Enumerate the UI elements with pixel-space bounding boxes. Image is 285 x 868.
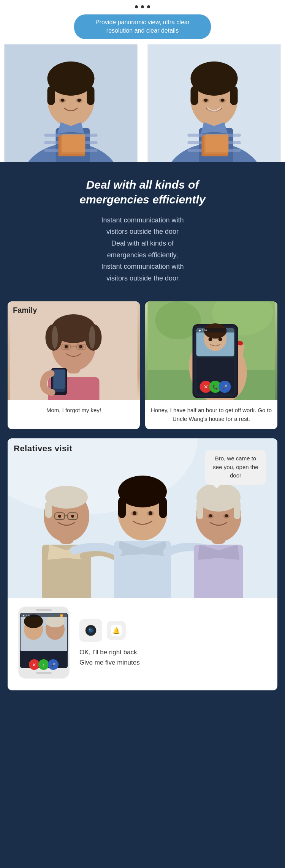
- ok-text-area: 🔔 OK, I'll be right back. Give me five m…: [79, 619, 271, 668]
- relatives-card: Relatives visit Bro, we came to see you,…: [8, 438, 277, 690]
- svg-rect-121: [196, 500, 203, 519]
- svg-text:✕: ✕: [204, 384, 208, 390]
- image-compare-section: [0, 44, 285, 162]
- mid-title: Deal with all kinds of emergencies effic…: [23, 177, 262, 207]
- cards-row: Family: [0, 298, 285, 438]
- svg-text:▶ 2:26: ▶ 2:26: [23, 614, 30, 617]
- svg-text:📞: 📞: [212, 384, 218, 390]
- person-right-image: [143, 44, 285, 162]
- svg-rect-141: [36, 609, 52, 611]
- relatives-ok-text: OK, I'll be right back. Give me five min…: [79, 647, 271, 668]
- phone-card: ✕ 📞 🎤 ▶ 2:26 Honey, I have half an hour …: [145, 301, 277, 429]
- family-image-svg: [8, 301, 140, 400]
- svg-point-103: [58, 515, 61, 518]
- svg-rect-10: [48, 86, 55, 105]
- top-dots-section: [0, 0, 285, 12]
- svg-point-47: [52, 326, 58, 349]
- mid-description: Instant communication with visitors outs…: [23, 214, 262, 284]
- svg-rect-142: [36, 672, 52, 674]
- svg-point-149: [89, 629, 90, 630]
- doorbell-icons: 🔔: [79, 619, 271, 642]
- dot-2: [141, 5, 144, 8]
- svg-rect-110: [118, 497, 126, 518]
- svg-text:🎤: 🎤: [51, 662, 56, 668]
- mid-text-section: Deal with all kinds of emergencies effic…: [0, 162, 285, 298]
- svg-point-33: [204, 99, 208, 102]
- dots-row: [135, 5, 150, 8]
- svg-rect-99: [60, 495, 66, 503]
- svg-point-14: [61, 99, 65, 102]
- speech-bubble-text: Bro, we came to see you, open the door: [213, 455, 258, 479]
- svg-rect-58: [54, 370, 65, 389]
- family-card: Family: [8, 301, 140, 429]
- svg-point-48: [89, 326, 95, 349]
- phone-card-caption: Honey, I have half an hour to get off wo…: [145, 400, 277, 429]
- doorbell-phone-svg: ✕ ↑ 🎤 ▶ 2:26 📶: [14, 605, 73, 681]
- svg-rect-18: [62, 134, 85, 152]
- doorbell-bell-icon: 🔔: [107, 621, 126, 640]
- family-card-image: Family: [8, 301, 140, 400]
- svg-rect-11: [87, 86, 95, 105]
- svg-point-115: [149, 511, 152, 515]
- doorbell-camera-icon: [79, 619, 102, 642]
- relatives-top-image: Relatives visit Bro, we came to see you,…: [8, 438, 277, 598]
- svg-point-104: [71, 515, 74, 518]
- svg-rect-37: [206, 134, 228, 152]
- speech-bubble: Bro, we came to see you, open the door: [205, 450, 266, 485]
- svg-rect-122: [234, 500, 241, 519]
- svg-point-79: [209, 337, 212, 341]
- svg-rect-111: [159, 497, 167, 518]
- svg-point-34: [221, 99, 225, 102]
- svg-point-52: [79, 345, 82, 348]
- image-right: [143, 44, 285, 162]
- phone-device-container: ✕ ↑ 🎤 ▶ 2:26 📶: [14, 605, 73, 682]
- svg-point-125: [209, 514, 212, 517]
- phone-card-image: ✕ 📞 🎤 ▶ 2:26: [145, 301, 277, 400]
- svg-point-15: [78, 99, 81, 102]
- pill-badge: Provide panoramic view, ultra clear reso…: [74, 14, 211, 39]
- person-left-image: [0, 44, 142, 162]
- svg-point-51: [65, 345, 68, 348]
- svg-text:📶: 📶: [60, 614, 63, 617]
- svg-point-126: [225, 514, 228, 517]
- svg-rect-30: [230, 86, 238, 105]
- svg-text:🔔: 🔔: [112, 627, 120, 634]
- svg-text:▶ 2:26: ▶ 2:26: [199, 329, 207, 332]
- relatives-label: Relatives visit: [14, 444, 72, 454]
- image-left: [0, 44, 142, 162]
- dot-3: [147, 5, 150, 8]
- phone-image-svg: ✕ 📞 🎤 ▶ 2:26: [145, 301, 277, 400]
- relatives-bottom: ✕ ↑ 🎤 ▶ 2:26 📶: [8, 598, 277, 690]
- svg-text:✕: ✕: [32, 662, 36, 668]
- dot-1: [135, 5, 138, 8]
- svg-rect-98: [45, 501, 52, 518]
- svg-rect-29: [191, 86, 198, 105]
- svg-point-80: [218, 337, 222, 341]
- pill-badge-text: Provide panoramic view, ultra clear reso…: [95, 19, 190, 34]
- family-card-caption: Mom, I forgot my key!: [8, 400, 140, 429]
- svg-text:🎤: 🎤: [222, 384, 228, 390]
- pill-badge-section: Provide panoramic view, ultra clear reso…: [0, 12, 285, 44]
- relatives-section: Relatives visit Bro, we came to see you,…: [0, 438, 285, 702]
- svg-text:↑: ↑: [43, 663, 45, 667]
- family-card-label: Family: [13, 306, 37, 315]
- svg-point-114: [133, 511, 136, 515]
